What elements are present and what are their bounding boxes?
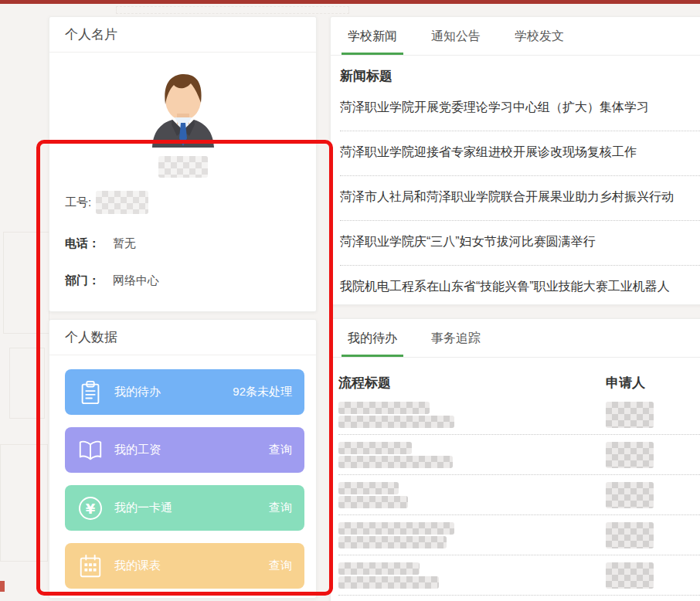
news-card: 学校新闻通知公告学校发文 新闻标题 菏泽职业学院开展党委理论学习中心组（扩大）集… — [330, 16, 700, 305]
todo-row[interactable] — [338, 435, 700, 475]
news-list: 菏泽职业学院开展党委理论学习中心组（扩大）集体学习菏泽职业学院迎接省专家组进校开… — [340, 87, 700, 305]
background-map-red-fragment — [0, 581, 5, 592]
phone-value: 暂无 — [113, 236, 136, 251]
todo-tab-0[interactable]: 我的待办 — [342, 319, 403, 357]
quick-action-label: 我的一卡通 — [114, 501, 172, 515]
todo-row[interactable] — [338, 555, 700, 596]
todo-row[interactable] — [338, 515, 700, 555]
yen-icon: ¥ — [76, 494, 104, 522]
field-department: 部门： 网络中心 — [49, 273, 316, 288]
quick-action-book[interactable]: 我的工资查询 — [65, 427, 304, 473]
todo-tab-1[interactable]: 事务追踪 — [425, 319, 487, 357]
phone-label: 电话： — [65, 236, 100, 251]
employee-id-label: 工号: — [65, 195, 91, 210]
todo-tabs: 我的待办事务追踪 — [331, 319, 700, 358]
quick-action-clipboard[interactable]: 我的待办92条未处理 — [65, 369, 304, 415]
quick-action-status: 查询 — [269, 501, 292, 515]
personal-data-list: 我的待办92条未处理 我的工资查询 ¥我的一卡通查询 我的课表查询 — [49, 355, 316, 589]
news-tab-1[interactable]: 通知公告 — [425, 17, 487, 55]
news-item[interactable]: 菏泽职业学院迎接省专家组进校开展诊改现场复核工作 — [340, 131, 700, 176]
redacted-applicant — [606, 522, 654, 548]
todo-row[interactable] — [338, 475, 700, 515]
profile-fields: 工号: 电话： 暂无 部门： 网络中心 — [49, 190, 316, 288]
book-icon — [76, 436, 104, 464]
quick-action-calendar[interactable]: 我的课表查询 — [65, 543, 304, 589]
background-map-fragment — [116, 6, 349, 14]
redacted-applicant — [606, 442, 654, 468]
quick-action-status: 查询 — [269, 443, 292, 457]
background-map-fragment — [0, 444, 48, 562]
personal-data-title: 个人数据 — [49, 320, 316, 355]
calendar-icon — [76, 552, 104, 580]
redacted-process-title — [338, 522, 606, 548]
svg-text:¥: ¥ — [86, 501, 96, 517]
quick-action-label: 我的待办 — [114, 385, 161, 399]
redacted-applicant — [606, 562, 654, 589]
personal-data-card: 个人数据 我的待办92条未处理 我的工资查询 ¥我的一卡通查询 我的课表查询 — [49, 319, 317, 599]
news-tab-2[interactable]: 学校发文 — [508, 17, 570, 55]
redacted-name — [158, 156, 208, 178]
news-tab-0[interactable]: 学校新闻 — [342, 17, 403, 55]
quick-action-yen[interactable]: ¥我的一卡通查询 — [65, 485, 304, 531]
redacted-process-title — [338, 442, 606, 468]
quick-action-label: 我的课表 — [114, 559, 161, 573]
news-tabs: 学校新闻通知公告学校发文 — [331, 17, 700, 56]
redacted-process-title — [338, 482, 606, 508]
profile-card: 个人名片 工号: 电话： 暂无 部门： 网络中心 — [49, 16, 317, 312]
field-phone: 电话： 暂无 — [49, 236, 316, 251]
department-label: 部门： — [65, 273, 100, 288]
redacted-process-title — [338, 562, 606, 589]
todo-column-headers: 流程标题 申请人 — [331, 358, 700, 392]
news-item[interactable]: 菏泽职业学院开展党委理论学习中心组（扩大）集体学习 — [340, 87, 700, 131]
department-value: 网络中心 — [113, 273, 159, 288]
todo-column-applicant: 申请人 — [606, 375, 645, 392]
todo-row[interactable] — [338, 395, 700, 435]
redacted-process-title — [338, 402, 606, 428]
news-item[interactable]: 菏泽市人社局和菏泽职业学院联合开展果业助力乡村振兴行动 — [340, 176, 700, 221]
avatar-image — [146, 69, 220, 148]
field-employee-id: 工号: — [49, 190, 316, 215]
news-item[interactable]: 菏泽职业学院庆“三八”妇女节拔河比赛圆满举行 — [340, 221, 700, 266]
todo-column-process-title: 流程标题 — [338, 375, 606, 392]
redacted-applicant — [606, 402, 654, 428]
background-map-fragment — [9, 348, 45, 419]
redacted-applicant — [606, 482, 654, 508]
avatar — [49, 69, 316, 148]
profile-card-title: 个人名片 — [49, 17, 316, 53]
background-map-fragment — [3, 232, 49, 334]
todo-card: 我的待办事务追踪 流程标题 申请人 — [330, 318, 700, 601]
top-bar — [0, 0, 700, 4]
quick-action-label: 我的工资 — [114, 443, 161, 457]
news-list-header: 新闻标题 — [331, 56, 700, 87]
news-item[interactable]: 我院机电工程系在山东省“技能兴鲁”职业技能大赛工业机器人 — [340, 266, 700, 305]
redacted-employee-id — [96, 191, 148, 214]
quick-action-status: 92条未处理 — [233, 385, 292, 399]
todo-rows — [338, 395, 700, 596]
clipboard-icon — [76, 379, 104, 406]
quick-action-status: 查询 — [269, 559, 292, 573]
